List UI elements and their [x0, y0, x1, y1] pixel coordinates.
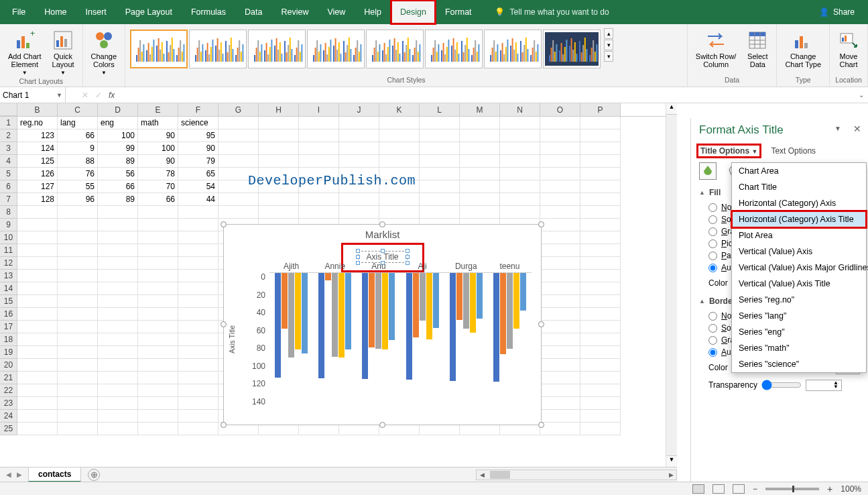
cell-P21[interactable] — [580, 372, 621, 384]
cell-B9[interactable] — [17, 219, 58, 231]
cell-C13[interactable] — [58, 270, 98, 282]
column-header-L[interactable]: L — [420, 103, 460, 116]
row-header-15[interactable]: 15 — [0, 295, 17, 308]
cell-C14[interactable] — [58, 282, 98, 295]
cell-H1[interactable] — [259, 117, 299, 129]
cell-D20[interactable] — [98, 359, 138, 372]
cell-F14[interactable] — [178, 282, 219, 295]
cell-P19[interactable] — [580, 346, 621, 359]
chart-bar[interactable] — [520, 273, 526, 311]
chart-bar-group[interactable] — [488, 273, 532, 392]
cell-O5[interactable] — [540, 168, 580, 180]
chart-bar[interactable] — [338, 273, 345, 358]
tab-file[interactable]: File — [3, 0, 35, 24]
chart-styles-more-button[interactable]: ▾ — [604, 51, 613, 62]
cell-O19[interactable] — [540, 346, 580, 359]
cell-B6[interactable]: 127 — [17, 180, 58, 193]
cell-J7[interactable] — [339, 193, 379, 206]
cell-F15[interactable] — [178, 295, 219, 308]
cell-D9[interactable] — [98, 219, 138, 231]
cell-O3[interactable] — [540, 142, 580, 155]
cell-E22[interactable] — [138, 384, 178, 397]
chart-element-option-3[interactable]: Horizontal (Category) Axis Title — [732, 211, 866, 227]
chart-bar[interactable] — [375, 273, 381, 349]
chart-bar[interactable] — [302, 273, 308, 353]
cell-P22[interactable] — [580, 384, 621, 397]
cell-C22[interactable] — [58, 384, 98, 397]
switch-row-column-button[interactable]: Switch Row/ Column — [692, 28, 741, 70]
cell-E14[interactable] — [138, 282, 178, 295]
cell-N6[interactable] — [500, 180, 540, 193]
chart-element-option-0[interactable]: Chart Area — [732, 163, 866, 179]
cell-O10[interactable] — [540, 231, 580, 244]
chart-bar[interactable] — [463, 273, 469, 329]
cell-M8[interactable] — [460, 206, 500, 219]
cell-D25[interactable] — [98, 423, 138, 435]
row-header-23[interactable]: 23 — [0, 397, 17, 410]
cell-K3[interactable] — [379, 142, 420, 155]
cell-C4[interactable]: 88 — [58, 155, 98, 168]
row-header-24[interactable]: 24 — [0, 410, 17, 423]
chart-bar[interactable] — [369, 273, 375, 347]
cell-B4[interactable]: 125 — [17, 155, 58, 168]
chart-styles-up-button[interactable]: ▴ — [604, 28, 613, 39]
cell-P5[interactable] — [580, 168, 621, 180]
tab-data[interactable]: Data — [235, 0, 271, 24]
formula-input[interactable] — [119, 87, 855, 103]
chart-bar[interactable] — [288, 273, 294, 358]
column-header-N[interactable]: N — [500, 103, 540, 116]
chart-bar[interactable] — [275, 273, 281, 378]
row-header-2[interactable]: 2 — [0, 129, 17, 142]
pane-options-dropdown-icon[interactable]: ▼ — [834, 125, 841, 132]
cell-O11[interactable] — [540, 244, 580, 257]
cell-D11[interactable] — [98, 244, 138, 257]
cell-E20[interactable] — [138, 359, 178, 372]
cell-F6[interactable]: 54 — [178, 180, 219, 193]
cell-B16[interactable] — [17, 308, 58, 321]
cell-P25[interactable] — [580, 423, 621, 435]
row-header-13[interactable]: 13 — [0, 270, 17, 282]
cell-C9[interactable] — [58, 219, 98, 231]
cell-L1[interactable] — [420, 117, 460, 129]
cell-C8[interactable] — [58, 206, 98, 219]
tab-insert[interactable]: Insert — [76, 0, 116, 24]
cell-F20[interactable] — [178, 359, 219, 372]
chart-element-option-5[interactable]: Vertical (Value) Axis — [732, 243, 866, 260]
chart-y-axis-title[interactable]: Axis Title — [228, 325, 236, 353]
title-options-tab[interactable]: Title Options ▼ — [699, 146, 759, 156]
row-header-5[interactable]: 5 — [0, 168, 17, 180]
zoom-level[interactable]: 100% — [841, 484, 861, 494]
cell-E8[interactable] — [138, 206, 178, 219]
column-header-B[interactable]: B — [17, 103, 58, 116]
cell-N3[interactable] — [500, 142, 540, 155]
cell-C21[interactable] — [58, 372, 98, 384]
cell-L5[interactable] — [420, 168, 460, 180]
name-box-input[interactable] — [3, 91, 51, 100]
cell-M7[interactable] — [460, 193, 500, 206]
cell-D8[interactable] — [98, 206, 138, 219]
cell-D6[interactable]: 66 — [98, 180, 138, 193]
cell-C20[interactable] — [58, 359, 98, 372]
cell-O20[interactable] — [540, 359, 580, 372]
cell-O12[interactable] — [540, 257, 580, 270]
cell-C19[interactable] — [58, 346, 98, 359]
cell-F10[interactable] — [178, 231, 219, 244]
cell-H8[interactable] — [259, 206, 299, 219]
cell-I4[interactable] — [299, 155, 339, 168]
cell-D13[interactable] — [98, 270, 138, 282]
normal-view-button[interactable] — [692, 484, 704, 494]
chart-element-option-8[interactable]: Series "reg.no" — [732, 292, 866, 308]
tab-help[interactable]: Help — [355, 0, 391, 24]
cell-D1[interactable]: eng — [98, 117, 138, 129]
cell-O16[interactable] — [540, 308, 580, 321]
column-header-D[interactable]: D — [98, 103, 138, 116]
pane-close-button[interactable]: ✕ — [853, 123, 861, 134]
chart-bar[interactable] — [500, 273, 506, 354]
resize-handle-s[interactable] — [379, 422, 385, 428]
cell-G3[interactable] — [219, 142, 259, 155]
chart-bar[interactable] — [389, 273, 395, 340]
cell-G8[interactable] — [219, 206, 259, 219]
row-header-11[interactable]: 11 — [0, 244, 17, 257]
cell-N5[interactable] — [500, 168, 540, 180]
cell-C2[interactable]: 66 — [58, 129, 98, 142]
